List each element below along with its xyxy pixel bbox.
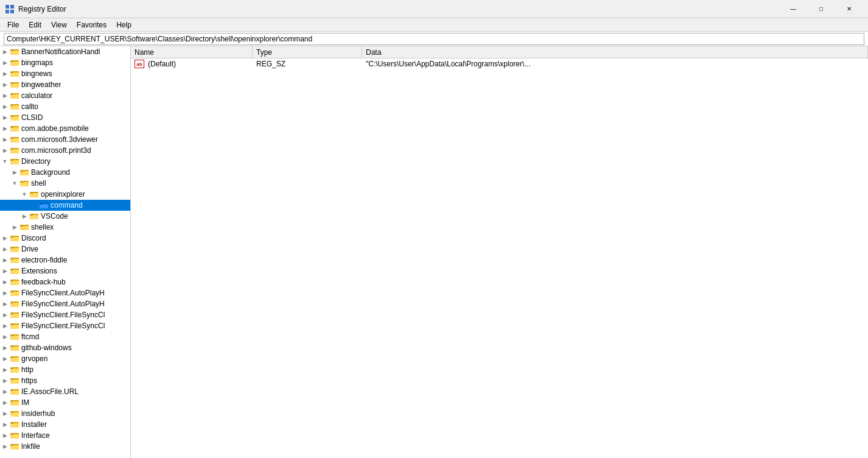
tree-expander[interactable]: [10, 222, 19, 233]
tree-expander[interactable]: [0, 331, 10, 342]
tree-expander[interactable]: [19, 211, 29, 222]
folder-icon: [10, 135, 19, 144]
tree-item-shellex[interactable]: shellex: [0, 222, 130, 233]
menu-help[interactable]: Help: [111, 18, 136, 32]
tree-label: http: [21, 365, 33, 374]
tree-item-VSCode[interactable]: VSCode: [0, 211, 130, 222]
tree-expander[interactable]: [0, 430, 10, 441]
tree-expander[interactable]: [0, 375, 10, 386]
tree-item-Interface[interactable]: Interface: [0, 430, 130, 441]
tree-item-feedback-hub[interactable]: feedback-hub: [0, 277, 130, 287]
tree-expander[interactable]: [0, 156, 10, 167]
svg-rect-57: [10, 236, 13, 238]
tree-expander[interactable]: [0, 255, 10, 266]
tree-item-github-windows[interactable]: github-windows: [0, 342, 130, 353]
tree-item-callto[interactable]: callto: [0, 101, 130, 112]
tree-item-electron-fiddle[interactable]: electron-fiddle: [0, 255, 130, 266]
tree-item-com.microsoft.3dviewer[interactable]: com.microsoft.3dviewer: [0, 134, 130, 145]
tree-expander[interactable]: [0, 68, 10, 79]
svg-rect-50: [30, 215, 38, 219]
tree-item-bingweather[interactable]: bingweather: [0, 79, 130, 90]
tree-item-https[interactable]: https: [0, 375, 130, 386]
tree-item-http[interactable]: http: [0, 364, 130, 375]
tree-item-IM[interactable]: IM: [0, 397, 130, 408]
svg-rect-1: [10, 5, 14, 9]
folder-icon: [10, 91, 19, 100]
menu-view[interactable]: View: [46, 18, 72, 32]
tree-expander[interactable]: [0, 79, 10, 90]
tree-expander[interactable]: [0, 46, 10, 57]
col-header-type[interactable]: Type: [253, 46, 362, 58]
close-button[interactable]: ✕: [835, 0, 863, 18]
tree-item-Directory[interactable]: Directory: [0, 156, 130, 167]
tree-expander[interactable]: [0, 112, 10, 123]
tree-expander[interactable]: [0, 408, 10, 419]
tree-expander[interactable]: [0, 233, 10, 244]
tree-expander[interactable]: [0, 419, 10, 430]
table-row[interactable]: ab(Default)REG_SZ"C:\Users\User\AppData\…: [131, 58, 868, 69]
tree-item-CLSID[interactable]: CLSID: [0, 112, 130, 123]
tree-expander[interactable]: [0, 397, 10, 408]
address-input[interactable]: [4, 33, 864, 45]
tree-expander[interactable]: [0, 320, 10, 331]
tree-expander[interactable]: [0, 57, 10, 68]
col-header-name[interactable]: Name: [131, 46, 253, 58]
tree-expander[interactable]: [0, 353, 10, 364]
tree-item-ftcmd[interactable]: ftcmd: [0, 331, 130, 342]
tree-item-BannerNotificationHandl[interactable]: BannerNotificationHandl: [0, 46, 130, 57]
tree-item-openinxplorer[interactable]: openinxplorer: [0, 189, 130, 200]
tree-item-grvopen[interactable]: grvopen: [0, 353, 130, 364]
tree-expander[interactable]: [0, 309, 10, 320]
tree-expander[interactable]: [0, 298, 10, 309]
tree-item-Background[interactable]: Background: [0, 167, 130, 178]
tree-item-Drive[interactable]: Drive: [0, 244, 130, 255]
tree-item-FileSyncClient.AutoPlayH2[interactable]: FileSyncClient.AutoPlayH: [0, 298, 130, 309]
menu-edit[interactable]: Edit: [24, 18, 46, 32]
tree-item-com.adobe.psmobile[interactable]: com.adobe.psmobile: [0, 123, 130, 134]
tree-item-IE.AssocFile.URL[interactable]: IE.AssocFile.URL: [0, 386, 130, 397]
folder-icon: [10, 47, 19, 57]
svg-rect-114: [10, 445, 13, 446]
td-type: REG_SZ: [253, 58, 362, 69]
tree-item-FileSyncClient.AutoPlayH1[interactable]: FileSyncClient.AutoPlayH: [0, 287, 130, 298]
tree-item-com.microsoft.print3d[interactable]: com.microsoft.print3d: [0, 145, 130, 156]
tree-expander[interactable]: [0, 287, 10, 298]
tree-expander[interactable]: [0, 244, 10, 255]
menu-file[interactable]: File: [2, 18, 24, 32]
col-header-data[interactable]: Data: [362, 46, 868, 58]
svg-rect-93: [10, 368, 13, 369]
tree-expander[interactable]: [10, 178, 19, 189]
tree-expander[interactable]: [0, 386, 10, 397]
tree-expander[interactable]: [0, 134, 10, 145]
tree-item-bingmaps[interactable]: bingmaps: [0, 57, 130, 68]
tree-item-Discord[interactable]: Discord: [0, 233, 130, 244]
svg-rect-5: [10, 51, 19, 55]
menu-favorites[interactable]: Favorites: [72, 18, 111, 32]
tree-item-insiderhub[interactable]: insiderhub: [0, 408, 130, 419]
tree-expander[interactable]: [0, 364, 10, 375]
tree-expander[interactable]: [0, 342, 10, 353]
tree-expander[interactable]: [0, 101, 10, 112]
tree-item-FileSyncClient.FileSyncCl2[interactable]: FileSyncClient.FileSyncCl: [0, 320, 130, 331]
tree-item-Extensions[interactable]: Extensions: [0, 266, 130, 277]
tree-item-FileSyncClient.FileSyncCl1[interactable]: FileSyncClient.FileSyncCl: [0, 309, 130, 320]
tree-item-bingnews[interactable]: bingnews: [0, 68, 130, 79]
tree-label: openinxplorer: [41, 190, 85, 199]
tree-expander[interactable]: [0, 441, 10, 452]
maximize-button[interactable]: □: [807, 0, 835, 18]
tree-panel[interactable]: BannerNotificationHandl bingmaps bingnew…: [0, 46, 131, 458]
tree-item-Installer[interactable]: Installer: [0, 419, 130, 430]
tree-item-lnkfile[interactable]: lnkfile: [0, 441, 130, 452]
tree-expander[interactable]: [0, 277, 10, 287]
tree-expander[interactable]: [0, 123, 10, 134]
svg-rect-51: [30, 214, 33, 216]
tree-item-calculator[interactable]: calculator: [0, 90, 130, 101]
tree-expander[interactable]: [10, 167, 19, 178]
minimize-button[interactable]: —: [779, 0, 807, 18]
tree-expander[interactable]: [0, 266, 10, 277]
tree-item-command[interactable]: command: [0, 200, 130, 211]
tree-expander[interactable]: [19, 189, 29, 200]
tree-item-shell[interactable]: shell: [0, 178, 130, 189]
tree-expander[interactable]: [0, 90, 10, 101]
tree-expander[interactable]: [0, 145, 10, 156]
